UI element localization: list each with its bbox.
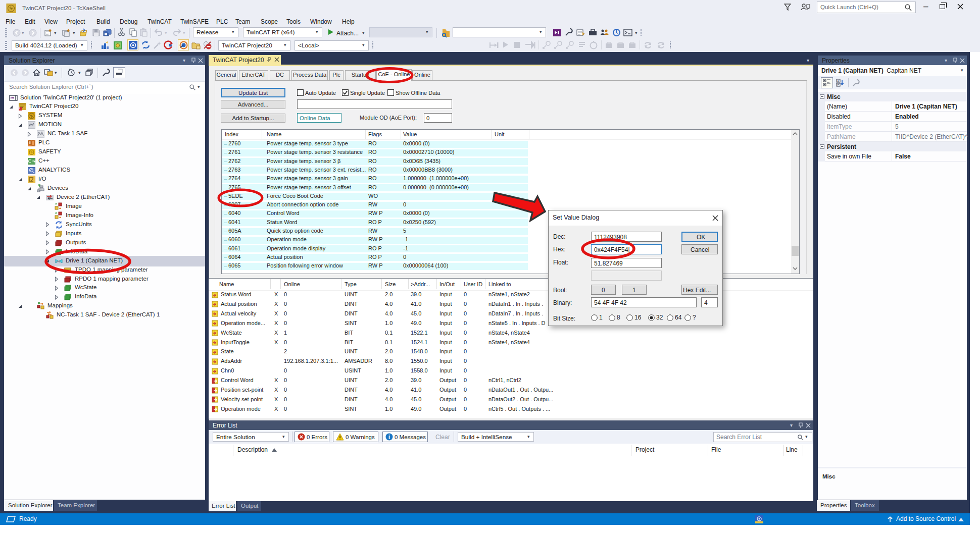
svg-text:A: A — [837, 80, 839, 83]
svg-text:Z: Z — [837, 84, 839, 87]
